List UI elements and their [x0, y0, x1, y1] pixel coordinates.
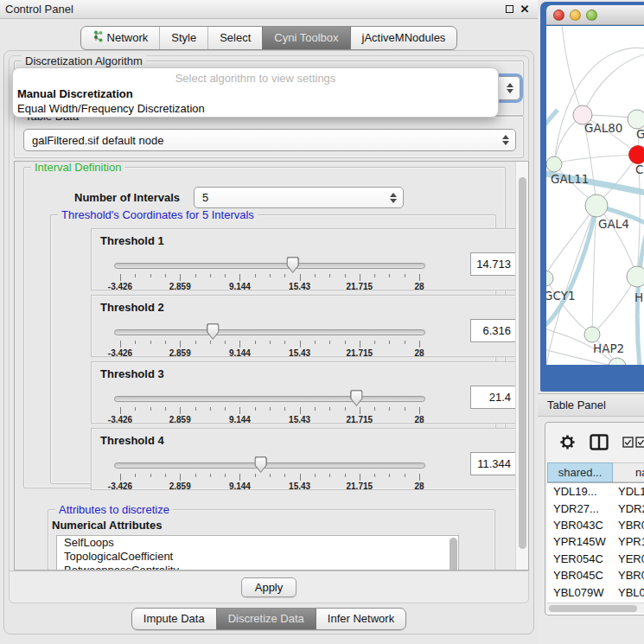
number-of-intervals-combobox[interactable]: 5: [194, 187, 404, 208]
table-row[interactable]: YER054CYER0...: [547, 551, 644, 567]
node-label: GAL4: [598, 217, 629, 231]
network-edge[interactable]: [583, 54, 644, 115]
network-node-h[interactable]: [627, 266, 644, 287]
dropdown-items: Manual DiscretizationEqual Width/Frequen…: [13, 86, 498, 116]
node-label: HAP2: [593, 341, 624, 355]
settings-scrollpane: Interval Definition Number of Intervals …: [14, 161, 529, 571]
columns-icon[interactable]: [590, 434, 609, 450]
interval-definition-group: Interval Definition Number of Intervals …: [23, 167, 506, 488]
threshold-value-field[interactable]: 11.344: [470, 452, 517, 475]
cell-name: YDR2...: [613, 500, 644, 516]
tab-cyni-toolbox[interactable]: Cyni Toolbox: [262, 27, 349, 49]
tab-impute-data[interactable]: Impute Data: [132, 609, 216, 629]
attribute-item-betweennesscentrality[interactable]: BetweennessCentrality: [57, 564, 458, 571]
threshold-value-field[interactable]: 6.316: [470, 319, 517, 342]
threshold-label: Threshold 3: [100, 367, 164, 380]
slider-thumb[interactable]: [254, 456, 267, 473]
cell-name: YER0...: [613, 551, 644, 567]
table-row[interactable]: YBR043CYBR0...: [547, 517, 644, 533]
table-row[interactable]: YDL19...YDL1...: [547, 483, 644, 500]
table-row[interactable]: YBR045CYBR0...: [547, 567, 644, 583]
attributes-group-title: Attributes to discretize: [55, 503, 173, 516]
network-node-g[interactable]: [628, 110, 644, 129]
slider-ticks: [120, 341, 419, 348]
network-node-gcy1[interactable]: [546, 271, 553, 286]
cell-name: YBR0...: [613, 567, 644, 583]
tab-label: jActiveMNodules: [362, 31, 446, 45]
table-data-value: galFiltered.sif default node: [32, 134, 163, 147]
slider-thumb[interactable]: [207, 323, 220, 340]
threshold-panel-1: Threshold 1-3.4262.8599.14415.4321.71528…: [91, 228, 523, 290]
network-edge-highlighted[interactable]: [546, 110, 558, 129]
tab-network[interactable]: Network: [81, 27, 160, 49]
tab-label: Infer Network: [328, 612, 394, 626]
checkboxes-icon[interactable]: [622, 437, 644, 448]
tab-style[interactable]: Style: [159, 27, 207, 49]
network-node-c[interactable]: [629, 146, 644, 164]
attributes-list-scrollbar[interactable]: [450, 538, 457, 571]
dropdown-item-equal-width-frequency-discretization[interactable]: Equal Width/Frequency Discretization: [13, 101, 498, 116]
threshold-label: Threshold 1: [100, 234, 164, 247]
bottom-tabbar: Impute DataDiscretize DataInfer Network: [0, 608, 538, 630]
combo-stepper-icon: [502, 135, 509, 145]
network-node-gal11[interactable]: [546, 156, 562, 172]
slider-ticks: [120, 274, 419, 282]
table-row[interactable]: YDR27...YDR2...: [547, 500, 644, 516]
cell-shared-name: YBL079W: [547, 583, 613, 600]
network-canvas-svg: GAL80GCGAL11GAL4GCY1HHAP2: [546, 26, 644, 365]
network-edge[interactable]: [562, 26, 583, 115]
threshold-value-field[interactable]: 21.4: [470, 386, 517, 409]
network-node-gal4[interactable]: [585, 194, 608, 217]
dropdown-prompt: Select algorithm to view settings: [13, 71, 498, 86]
column-header-shared-name[interactable]: shared...: [547, 462, 613, 482]
algorithm-dropdown-popup: Select algorithm to view settings Manual…: [12, 67, 499, 118]
tab-discretize-data[interactable]: Discretize Data: [216, 609, 316, 629]
cell-shared-name: YBR045C: [547, 567, 613, 583]
network-view-window: GAL80GCGAL11GAL4GCY1HHAP2: [540, 2, 644, 392]
cell-shared-name: YPR145W: [547, 533, 613, 550]
column-header-name[interactable]: name: [613, 462, 644, 482]
control-panel-title: Control Panel: [5, 3, 501, 16]
node-table-panel: shared... name YDL19...YDL1...YDR27...YD…: [545, 422, 644, 615]
float-window-button[interactable]: [501, 3, 517, 16]
node-label: GCY1: [546, 289, 576, 303]
control-panel: Control Panel ✕ NetworkStyleSelectCyni T…: [0, 0, 538, 644]
tab-infer-network[interactable]: Infer Network: [316, 609, 405, 629]
slider-thumb[interactable]: [350, 390, 363, 406]
network-node[interactable]: [609, 358, 626, 365]
float-icon: [506, 5, 513, 13]
network-canvas[interactable]: GAL80GCGAL11GAL4GCY1HHAP2: [546, 26, 644, 365]
attribute-item-topologicalcoefficient[interactable]: TopologicalCoefficient: [57, 550, 458, 564]
slider-thumb[interactable]: [286, 257, 299, 273]
node-label: G: [636, 127, 644, 141]
table-data-combobox[interactable]: galFiltered.sif default node: [23, 129, 516, 151]
combo-stepper-icon: [390, 193, 397, 203]
scrollbar-thumb[interactable]: [549, 605, 637, 612]
dropdown-item-manual-discretization[interactable]: Manual Discretization: [13, 86, 498, 101]
network-node-hap2[interactable]: [584, 327, 600, 342]
threshold-label: Threshold 4: [100, 434, 164, 447]
gear-icon[interactable]: [559, 434, 576, 450]
slider-tick-labels: -3.4262.8599.14415.4321.71528: [120, 481, 419, 492]
threshold-value-field[interactable]: 14.713: [470, 252, 517, 276]
cell-name: YDL1...: [613, 483, 644, 500]
network-edge[interactable]: [554, 155, 638, 163]
settings-vertical-scrollbar[interactable]: [515, 162, 528, 570]
numerical-attributes-list[interactable]: SelfLoopsTopologicalCoefficientBetweenne…: [56, 535, 459, 571]
close-traffic-light-icon[interactable]: [553, 10, 564, 21]
apply-button[interactable]: Apply: [241, 577, 296, 597]
table-panel-titlebar: Table Panel: [538, 393, 644, 417]
table-row[interactable]: YPR145WYPR1...: [547, 533, 644, 550]
table-row[interactable]: YBL079WYBL0...: [547, 583, 644, 600]
threshold-panel-2: Threshold 2-3.4262.8599.14415.4321.71528…: [91, 295, 523, 357]
tab-select[interactable]: Select: [207, 27, 262, 49]
bottom-tab-segments: Impute DataDiscretize DataInfer Network: [131, 608, 406, 630]
tab-jactivemnodules[interactable]: jActiveMNodules: [350, 27, 457, 49]
scrollbar-thumb[interactable]: [519, 177, 526, 549]
table-horizontal-scrollbar[interactable]: [547, 603, 644, 613]
minimize-traffic-light-icon[interactable]: [570, 10, 581, 21]
zoom-traffic-light-icon[interactable]: [586, 10, 597, 21]
network-icon: [92, 30, 103, 46]
close-window-button[interactable]: ✕: [517, 3, 532, 16]
attribute-item-selfloops[interactable]: SelfLoops: [57, 536, 458, 550]
